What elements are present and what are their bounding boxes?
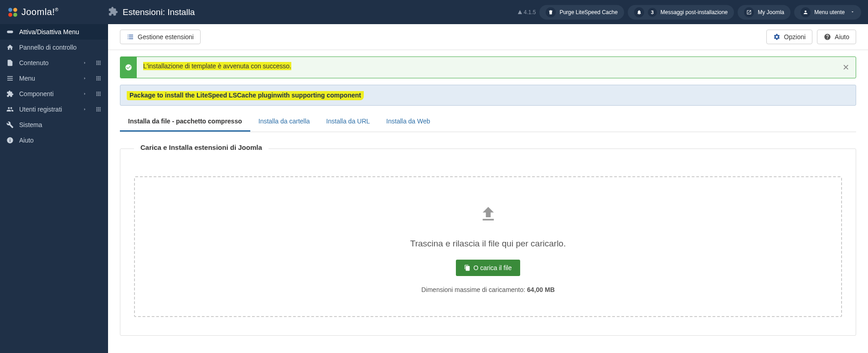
chevron-right-icon xyxy=(83,92,87,96)
browse-file-button[interactable]: O carica il file xyxy=(456,260,520,276)
svg-point-0 xyxy=(8,8,12,12)
chevron-down-icon xyxy=(850,9,855,15)
help-button[interactable]: Aiuto xyxy=(817,30,856,44)
copy-icon xyxy=(464,265,470,271)
post-install-label: Messaggi post-installazione xyxy=(661,9,728,15)
chevron-right-icon xyxy=(83,107,87,112)
puzzle-icon xyxy=(108,6,118,18)
manage-label: Gestione estensioni xyxy=(138,33,194,41)
info-alert: Package to install the LiteSpeed LSCache… xyxy=(120,85,856,106)
success-message: L'installazione di template è avvenuta c… xyxy=(143,62,291,70)
home-icon xyxy=(6,44,14,51)
my-site-label: My Joomla xyxy=(758,9,784,15)
user-menu-button[interactable]: Menu utente xyxy=(794,5,861,20)
sidebar-item-label: Componenti xyxy=(19,90,77,97)
users-icon xyxy=(6,106,14,113)
toolbar: Gestione estensioni Opzioni Aiuto xyxy=(108,24,868,50)
max-upload-size: Dimensioni massime di caricamento: 64,00… xyxy=(144,286,832,293)
sidebar-item-components[interactable]: Componenti xyxy=(0,86,108,102)
purge-cache-button[interactable]: Purge LiteSpeed Cache xyxy=(539,5,624,20)
user-menu-label: Menu utente xyxy=(814,9,845,15)
help-label: Aiuto xyxy=(835,33,849,41)
joomla-version: 4.1.5 xyxy=(517,9,536,15)
info-message: Package to install the LiteSpeed LSCache… xyxy=(127,91,364,100)
browse-label: O carica il file xyxy=(473,264,512,271)
svg-point-2 xyxy=(8,13,12,17)
list-icon xyxy=(6,75,14,82)
svg-point-1 xyxy=(13,8,17,12)
drop-text: Trascina e rilascia il file qui per cari… xyxy=(144,239,832,249)
svg-rect-4 xyxy=(7,31,13,33)
sidebar-item-content[interactable]: Contenuto xyxy=(0,55,108,71)
my-joomla-button[interactable]: My Joomla xyxy=(738,5,790,20)
sidebar-item-menu[interactable]: Menu xyxy=(0,71,108,86)
grid-icon[interactable] xyxy=(95,106,102,113)
user-icon xyxy=(801,7,811,17)
close-alert-button[interactable]: ✕ xyxy=(836,57,856,78)
sidebar-item-label: Utenti registrati xyxy=(19,106,77,113)
puzzle-icon xyxy=(6,90,14,97)
upload-icon xyxy=(144,205,832,225)
tab-install-url[interactable]: Installa da URL xyxy=(318,112,378,132)
wrench-icon xyxy=(6,121,14,128)
gear-icon xyxy=(773,33,780,41)
chevron-right-icon xyxy=(83,76,87,81)
sidebar-item-label: Contenuto xyxy=(19,59,77,67)
grid-icon[interactable] xyxy=(95,75,102,82)
notification-badge: 3 xyxy=(648,8,657,17)
upload-legend: Carica e Installa estensioni di Joomla xyxy=(134,143,269,151)
file-dropzone[interactable]: Trascina e rilascia il file qui per cari… xyxy=(134,176,842,317)
bell-icon xyxy=(634,7,644,17)
sidebar-item-dashboard[interactable]: Pannello di controllo xyxy=(0,40,108,55)
trash-icon xyxy=(546,7,556,17)
sidebar-item-users[interactable]: Utenti registrati xyxy=(0,102,108,117)
manage-extensions-button[interactable]: Gestione estensioni xyxy=(120,30,201,44)
sidebar-item-toggle-menu[interactable]: Attiva/Disattiva Menu xyxy=(0,24,108,40)
install-tabs: Installa da file - pacchetto compresso I… xyxy=(120,112,856,132)
upload-fieldset: Carica e Installa estensioni di Joomla T… xyxy=(120,148,856,336)
svg-point-3 xyxy=(13,13,17,17)
info-icon xyxy=(6,137,14,144)
brand-name: Joomla! xyxy=(21,7,55,17)
options-label: Opzioni xyxy=(784,33,806,41)
question-icon xyxy=(824,33,831,41)
tab-install-file[interactable]: Installa da file - pacchetto compresso xyxy=(120,112,250,132)
post-install-messages-button[interactable]: 3 Messaggi post-installazione xyxy=(628,5,734,20)
tab-install-folder[interactable]: Installa da cartella xyxy=(250,112,318,132)
sidebar-item-help[interactable]: Aiuto xyxy=(0,133,108,148)
sidebar-item-system[interactable]: Sistema xyxy=(0,117,108,133)
options-button[interactable]: Opzioni xyxy=(766,30,812,44)
file-icon xyxy=(6,59,14,67)
sidebar-item-label: Attiva/Disattiva Menu xyxy=(19,28,102,36)
brand-logo[interactable]: Joomla!® xyxy=(7,6,108,18)
grid-icon[interactable] xyxy=(95,60,102,66)
grid-icon[interactable] xyxy=(95,91,102,97)
toggle-icon xyxy=(6,28,14,36)
sidebar-item-label: Sistema xyxy=(19,121,102,128)
page-title: Estensioni: Installa xyxy=(123,7,195,17)
check-circle-icon xyxy=(120,57,137,78)
sidebar: Attiva/Disattiva Menu Pannello di contro… xyxy=(0,24,108,353)
purge-cache-label: Purge LiteSpeed Cache xyxy=(559,9,617,15)
external-link-icon xyxy=(744,7,754,17)
list-icon xyxy=(127,33,134,41)
sidebar-item-label: Pannello di controllo xyxy=(19,44,102,51)
sidebar-item-label: Menu xyxy=(19,75,77,82)
chevron-right-icon xyxy=(83,61,87,65)
tab-install-web[interactable]: Installa da Web xyxy=(378,112,438,132)
sidebar-item-label: Aiuto xyxy=(19,137,102,144)
success-alert: L'installazione di template è avvenuta c… xyxy=(120,56,856,78)
